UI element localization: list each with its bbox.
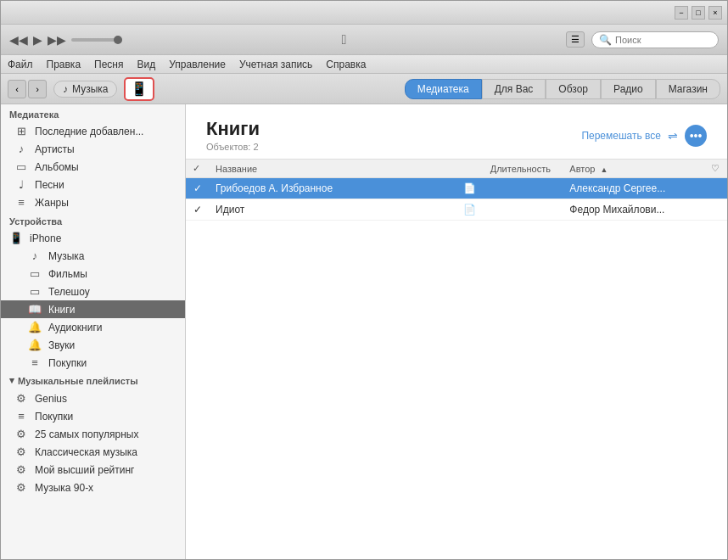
tab-browse[interactable]: Обзор [546,79,601,99]
main-layout: Медиатека ⊞ Последние добавлен... ♪ Арти… [1,104,727,560]
play-button[interactable]: ▶ [33,33,42,47]
sidebar-item-label: Аудиокниги [48,322,103,333]
row-author: Александр Сергее... [563,178,704,199]
sidebar-item-purchases2[interactable]: ≡ Покупки [1,407,185,425]
content-title: Книги [206,118,260,140]
sidebar-item-recent[interactable]: ⊞ Последние добавлен... [1,122,185,140]
menu-view[interactable]: Вид [137,59,156,70]
sidebar-item-artists[interactable]: ♪ Артисты [1,140,185,158]
minimize-button[interactable]: − [675,6,688,20]
sidebar-item-iphone[interactable]: 📱 iPhone [1,229,185,247]
title-column-header[interactable]: Название [209,160,456,178]
nav-bar: ‹ › ♪ Музыка 📱 Медиатека Для Вас Обзор Р… [1,74,727,104]
sidebar-item-genius[interactable]: ⚙ Genius [1,389,185,407]
sidebar-item-label: Фильмы [48,268,87,280]
nav-arrows: ‹ › [8,80,47,98]
sidebar-item-genres[interactable]: ≡ Жанры [1,193,185,211]
row-icloud: 📄 [456,178,483,199]
content-header-actions: Перемешать все ⇌ ••• [581,125,707,147]
purchases2-icon: ≡ [14,410,28,423]
menu-help[interactable]: Справка [326,59,366,70]
90s-icon: ⚙ [14,481,28,494]
sidebar-item-songs[interactable]: ♩ Песни [1,176,185,193]
menu-account[interactable]: Учетная запись [239,59,312,70]
table-header-row: ✓ Название Длительность Автор ▲ ♡ [186,160,727,178]
sidebar-item-label: Мой высший рейтинг [35,464,134,476]
tab-buttons: Медиатека Для Вас Обзор Радио Магазин [405,79,720,99]
music-icon: ♪ [28,249,42,262]
sidebar-item-top25[interactable]: ⚙ 25 самых популярных [1,425,185,443]
row-author: Федор Михайлови... [563,199,704,221]
table-row[interactable]: ✓ Идиот 📄 Федор Михайлови... [186,199,727,221]
maximize-button[interactable]: □ [692,6,705,20]
albums-icon: ▭ [14,160,28,173]
sidebar-item-sounds[interactable]: 🔔 Звуки [1,336,185,354]
forward-button[interactable]: › [28,80,47,98]
row-heart[interactable] [704,199,727,221]
row-heart[interactable] [704,178,727,199]
table-row[interactable]: ✓ Грибоедов А. Избранное 📄 Александр Сер… [186,178,727,199]
top25-icon: ⚙ [14,428,28,440]
menu-edit[interactable]: Правка [47,59,81,70]
close-button[interactable]: × [708,6,722,20]
search-input[interactable] [615,35,708,45]
back-button[interactable]: ‹ [8,80,26,98]
sidebar-item-90s[interactable]: ⚙ Музыка 90-х [1,479,185,496]
tab-library[interactable]: Медиатека [405,79,482,99]
volume-slider[interactable] [71,38,122,42]
sort-arrow-icon: ▲ [601,165,608,174]
search-box[interactable]: 🔍 [591,31,719,48]
author-column-header[interactable]: Автор ▲ [563,160,704,178]
tab-for-you[interactable]: Для Вас [482,79,546,99]
shuffle-all-button[interactable]: Перемешать все [581,130,661,142]
list-view-button[interactable]: ☰ [566,31,585,48]
iphone-icon: 📱 [131,81,148,97]
content-area: Книги Объектов: 2 Перемешать все ⇌ ••• ✓… [186,104,727,560]
sidebar-item-classical[interactable]: ⚙ Классическая музыка [1,443,185,461]
menu-controls[interactable]: Управление [169,59,226,70]
iphone-device-button[interactable]: 📱 [124,77,154,101]
devices-section-header: Устройства [1,211,185,229]
prev-button[interactable]: ◀◀ [9,33,28,47]
sidebar-item-label: Песни [35,179,64,191]
apple-logo:  [129,32,559,48]
sidebar-item-films[interactable]: ▭ Фильмы [1,265,185,283]
artists-icon: ♪ [14,143,28,155]
library-section-header: Медиатека [1,104,185,122]
sidebar-item-books[interactable]: 📖 Книги [1,300,185,318]
sidebar-item-label: Классическая музыка [35,446,137,458]
row-title: Грибоедов А. Избранное [209,178,456,199]
shuffle-icon: ⇌ [668,129,678,143]
sidebar-item-audiobooks[interactable]: 🔔 Аудиокниги [1,318,185,336]
volume-thumb [114,36,122,44]
sidebar-item-purchases[interactable]: ≡ Покупки [1,354,185,372]
duration-column-header[interactable]: Длительность [484,160,563,178]
sidebar-item-label: Телешоу [48,286,90,298]
tvshows-icon: ▭ [28,285,42,298]
music-label-text: Музыка [72,83,108,95]
playlists-header-label: Музыкальные плейлисты [18,376,138,386]
songs-icon: ♩ [14,178,28,191]
sounds-icon: 🔔 [28,339,42,351]
icloud-book-icon: 📄 [463,182,476,194]
heart-column-header: ♡ [704,160,727,178]
playlists-toggle[interactable]: ▾ Музыкальные плейлисты [1,372,185,389]
sidebar-item-music[interactable]: ♪ Музыка [1,247,185,265]
tab-radio[interactable]: Радио [601,79,656,99]
sidebar-item-label: Музыка [48,250,84,262]
sidebar-item-albums[interactable]: ▭ Альбомы [1,158,185,176]
menu-file[interactable]: Файл [8,59,33,70]
transport-controls: ◀◀ ▶ ▶▶ [9,33,122,47]
music-note-icon: ♪ [63,83,68,95]
purchases-icon: ≡ [28,356,42,369]
sidebar-item-tvshows[interactable]: ▭ Телешоу [1,283,185,300]
tab-store[interactable]: Магазин [656,79,720,99]
sidebar-item-myrating[interactable]: ⚙ Мой высший рейтинг [1,461,185,479]
icloud-book-icon: 📄 [463,204,476,216]
toolbar: ◀◀ ▶ ▶▶  ☰ 🔍 [1,25,727,55]
more-button[interactable]: ••• [685,125,707,147]
next-button[interactable]: ▶▶ [48,33,66,47]
menu-song[interactable]: Песня [94,59,123,70]
sidebar-item-label: Покупки [48,357,87,369]
music-label: ♪ Музыка [53,81,117,98]
